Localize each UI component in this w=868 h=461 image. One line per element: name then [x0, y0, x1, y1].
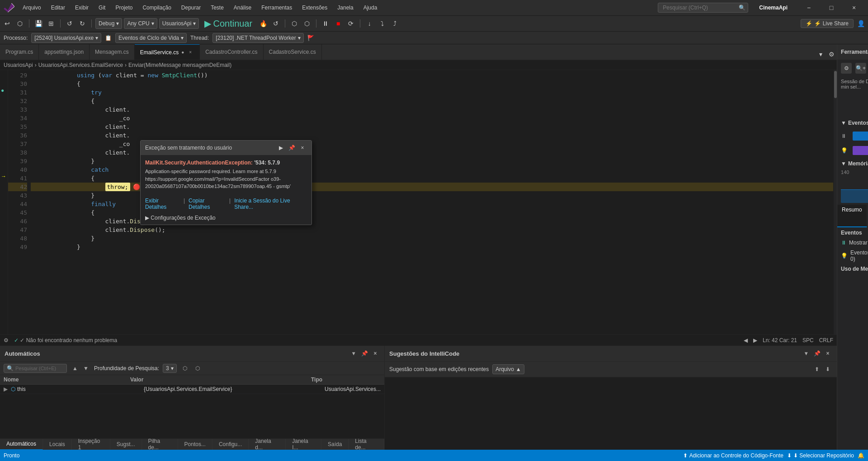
menu-ferramentas[interactable]: Ferramentas	[257, 3, 297, 13]
tab-overflow[interactable]: ▾	[815, 49, 826, 60]
tab-emailservice-close[interactable]: ×	[187, 49, 194, 56]
panel-close[interactable]: ×	[371, 349, 380, 358]
select-repo-label[interactable]: ⬇ ⬇ Selecionar Repositório	[787, 452, 854, 459]
tab-cadastroservice[interactable]: CadastroService.cs	[264, 44, 322, 60]
toolbar-back[interactable]: ↩	[2, 18, 13, 29]
menu-git[interactable]: Git	[94, 3, 110, 13]
breadcrumb-method[interactable]: Enviar(MimeMessage mensagemDeEmail)	[128, 62, 231, 68]
menu-janela[interactable]: Janela	[333, 3, 358, 13]
toolbar-dbg1[interactable]: ⬡	[289, 18, 300, 29]
nav-down[interactable]: ▼	[81, 364, 90, 373]
close-button[interactable]: ×	[844, 0, 864, 16]
tab-appsettings[interactable]: appsettings.json	[39, 44, 90, 60]
tab-emailservice[interactable]: EmailService.cs ● ×	[135, 44, 200, 60]
nav-up[interactable]: ▲	[71, 364, 80, 373]
debug-mode-dropdown[interactable]: Debug ▾	[95, 18, 122, 29]
toolbar-stop[interactable]: ■	[333, 18, 344, 29]
scroll-right[interactable]: ▶	[753, 337, 757, 343]
expand-icon[interactable]: ▶	[4, 386, 11, 392]
code-editor[interactable]: ● → 29 30 31 32 33 34 35 36 37 38 39 40	[0, 70, 837, 334]
menu-editar[interactable]: Editar	[47, 3, 70, 13]
process-dropdown[interactable]: [25240] UsuariosApi.exe ▾	[31, 33, 101, 43]
menu-projeto[interactable]: Projeto	[111, 3, 137, 13]
tab-janelad[interactable]: Janela d...	[249, 439, 286, 450]
toolbar-step-into[interactable]: ⤵	[377, 18, 387, 29]
view-details-link[interactable]: Exibir Detalhes	[145, 198, 180, 210]
tab-locais[interactable]: Locais	[43, 439, 72, 450]
ic-next[interactable]: ⬇	[823, 365, 832, 374]
toolbar-pause[interactable]: ⏸	[320, 18, 331, 29]
panel-pin[interactable]: 📌	[360, 349, 369, 358]
tab-automaticos[interactable]: Automáticos	[0, 439, 43, 450]
tab-settings[interactable]: ⚙	[826, 49, 837, 60]
toolbar-hot[interactable]: 🔥	[258, 18, 269, 29]
git-source-label[interactable]: ⬆ Adicionar ao Controle do Código-Fonte	[683, 452, 783, 459]
live-share-session-link[interactable]: Inicie a Sessão do Live Share...	[234, 198, 307, 210]
panel-collapse[interactable]: ▾	[349, 349, 358, 358]
notification-bell[interactable]: 🔔	[858, 452, 864, 459]
scrollbar-thumb[interactable]	[834, 71, 837, 98]
table-row[interactable]: ▶ ⬡ this {UsuariosApi.Services.EmailServ…	[0, 385, 384, 394]
lifecycle-dropdown[interactable]: Eventos de Ciclo de Vida ▾	[115, 33, 187, 43]
project-dropdown[interactable]: UsuariosApi ▾	[159, 18, 199, 29]
depth-selector[interactable]: 3 ▾	[163, 364, 177, 373]
ic-collapse[interactable]: ▾	[802, 349, 811, 358]
thread-dropdown[interactable]: [23120] .NET ThreadPool Worker ▾	[212, 33, 303, 43]
diag-zoom-in[interactable]: 🔍+	[855, 63, 866, 74]
toolbar-forward[interactable]: ⬡	[14, 18, 25, 29]
ic-pin[interactable]: 📌	[812, 349, 821, 358]
copy-details-link[interactable]: Copiar Detalhes	[189, 198, 226, 210]
menu-extensoes[interactable]: Extensões	[297, 3, 332, 13]
toolbar-step-out[interactable]: ⤴	[389, 18, 400, 29]
exception-settings-section[interactable]: ▶ Configurações de Exceção	[141, 213, 311, 225]
toolbar-undo[interactable]: ↺	[64, 18, 75, 29]
minimize-button[interactable]: −	[798, 0, 819, 16]
exception-play-btn[interactable]: ▶	[276, 143, 285, 152]
tab-sugest[interactable]: Sugst...	[110, 439, 142, 450]
panel-btn2[interactable]: ⬡	[193, 364, 202, 373]
continue-button[interactable]: ▶ Continuar	[201, 17, 256, 30]
tab-pilha[interactable]: Pilha de...	[142, 439, 178, 450]
toolbar-refresh[interactable]: ↺	[270, 18, 281, 29]
breadcrumb-class[interactable]: UsuariosApi.Services.EmailService	[38, 62, 123, 68]
ic-close[interactable]: ×	[823, 349, 832, 358]
toolbar-dbg2[interactable]: ⬡	[302, 18, 312, 29]
breadcrumb-namespace[interactable]: UsuariosApi	[4, 62, 33, 68]
editor-scrollbar[interactable]	[833, 70, 837, 334]
cpu-dropdown[interactable]: Any CPU ▾	[124, 18, 157, 29]
tab-inspecao[interactable]: Inspeção 1	[72, 439, 110, 450]
tab-saida[interactable]: Saída	[321, 439, 349, 450]
file-dropdown[interactable]: Arquivo ▲	[492, 364, 524, 374]
tab-program[interactable]: Program.cs	[0, 44, 39, 60]
toolbar-save[interactable]: 💾	[33, 18, 44, 29]
exception-pin-btn[interactable]: 📌	[287, 143, 296, 152]
tab-config[interactable]: Configu...	[212, 439, 249, 450]
tab-mensagem[interactable]: Mensagem.cs	[90, 44, 135, 60]
restore-button[interactable]: □	[821, 0, 842, 16]
error-count[interactable]: ⚙	[4, 337, 9, 343]
toolbar-redo[interactable]: ↻	[77, 18, 88, 29]
menu-ajuda[interactable]: Ajuda	[359, 3, 382, 13]
menu-teste[interactable]: Teste	[206, 3, 228, 13]
live-share-button[interactable]: ⚡ ⚡ Live Share	[801, 19, 854, 28]
toolbar-user[interactable]: 👤	[855, 18, 866, 29]
toolbar-restart[interactable]: ⟳	[345, 18, 356, 29]
diag-tab-resumo[interactable]: Resumo	[837, 205, 867, 227]
menu-exibir[interactable]: Exibir	[71, 3, 93, 13]
menu-analise[interactable]: Análise	[229, 3, 256, 13]
tab-janelaI[interactable]: Janela I...	[286, 439, 321, 450]
ic-prev[interactable]: ⬆	[812, 365, 821, 374]
exception-close-btn[interactable]: ×	[298, 143, 307, 152]
menu-arquivo[interactable]: Arquivo	[18, 3, 46, 13]
scroll-left[interactable]: ◀	[744, 337, 748, 343]
tab-cadastrocontroller[interactable]: CadastroController.cs	[200, 44, 263, 60]
global-search-input[interactable]	[658, 3, 748, 13]
panel-btn1[interactable]: ⬡	[180, 364, 189, 373]
search-box[interactable]: 🔍 Pesquisar (Ctrl+E)	[4, 364, 67, 373]
tab-pontos[interactable]: Pontos...	[178, 439, 212, 450]
menu-depurar[interactable]: Depurar	[177, 3, 205, 13]
diag-settings[interactable]: ⚙	[841, 63, 852, 74]
menu-compilacao[interactable]: Compilação	[138, 3, 175, 13]
tab-lista[interactable]: Lista de...	[349, 439, 384, 450]
toolbar-step-over[interactable]: ↓	[364, 18, 375, 29]
